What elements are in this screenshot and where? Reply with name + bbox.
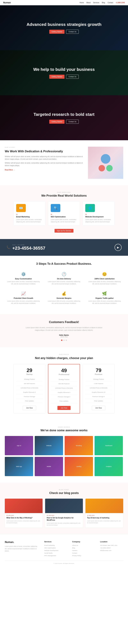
work-read-more[interactable]: Read More → [5,169,15,171]
nav-contact[interactable]: Contact [108,2,113,4]
hero-cta-1[interactable]: Getting Started [49,30,64,34]
feedback-title: Customers Feedback! [5,320,123,324]
portfolio-title: We've done some awesome works [5,429,123,432]
nav-services[interactable]: Services [93,2,99,4]
step-desc-5: Lorem ipsum dolor sit amet, consectetur … [47,300,81,304]
blog-body-3: 12 JAN 2023 Top 10 best way of marketing… [85,513,123,526]
blog-card-2[interactable]: 08 JAN 2023 How to Set Up Google Analyti… [45,498,83,528]
step-title-4: Potential Client Growth [6,297,41,299]
portfolio-item-3[interactable]: Branding [65,436,93,455]
section-feedback: Customers Feedback! Lorem ipsum dolor si… [0,314,128,347]
portfolio-item-6[interactable]: Mobile [35,457,63,476]
portfolio-item-5[interactable]: Web App [5,457,33,476]
pricing-card-premium: 79 Premium Strategy Feature 1 GB Feature… [83,364,115,414]
nav-about[interactable]: About [86,2,91,4]
footer-service-2: SEO Optimisation [44,547,67,549]
portfolio-inner-2: Website [35,436,63,455]
feature-premium-6: Free Updates [85,399,112,403]
hero-contact-3[interactable]: Contact Us [66,120,79,124]
work-tag: OUR STORY [5,147,83,148]
steps-title: 3 Steps To A Success Product Business. [5,262,123,266]
portfolio-item-2[interactable]: Website [35,436,63,455]
hero-cta-2[interactable]: Getting Started [49,75,64,79]
step-title-1: Easy Customization [6,278,41,280]
step-desc-4: Lorem ipsum dolor sit amet, consectetur … [6,300,41,304]
solution-icon-1: 📧 [16,204,26,212]
step-1: ⚙️ Easy Customization Lorem ipsum dolor … [5,270,42,286]
phone-left: 📞 CALL US NOW +23-4554-36557 [6,244,45,251]
portfolio-inner-8: Analytics [95,457,123,476]
portfolio-grid: App UI Website Branding Dashboard Web Ap… [5,436,123,476]
plan-btn-premium[interactable]: Join Now [92,406,105,410]
solutions-cta[interactable]: Sign Up For Service [55,229,73,232]
dot-3[interactable] [65,340,67,341]
solution-title-1: Email Marketing [16,216,43,218]
footer-company-5: Privacy Policy [72,555,95,556]
hero-contact-2[interactable]: Contact Us [66,75,79,79]
feature-startup-3: Unlimited Rows & Elements [16,386,43,390]
nav-home[interactable]: Home [79,2,84,4]
footer-company-1: About Us [72,544,95,546]
phone-icon: 📞 [6,246,10,249]
feature-pro-1: Strategy Feature [51,377,77,382]
feature-pro-3: Unlimited Rows & Elements [51,386,77,390]
section-work: OUR STORY We Work With Dedication & Prof… [0,140,128,185]
step-icon-6: 🌿 [87,292,122,296]
step-icon-1: ⚙️ [6,272,41,276]
hero-buttons-1: Getting Started Contact Us [27,30,101,34]
portfolio-item-8[interactable]: Analytics [95,457,123,476]
footer-location-heading: Location [100,541,123,543]
feature-pro-6: Free Updates [51,399,77,403]
footer-location: Location 123 Street, New York, USA +23-4… [100,541,123,558]
blog-post-title-1: What Gets In the Way of Working? [6,517,41,519]
plan-price-premium: 79 [85,368,112,373]
footer-grid: Numan. Lorem ipsum dolor sit amet, conse… [5,541,123,558]
dot-1[interactable] [61,340,63,341]
work-image-inner [88,147,123,179]
section-portfolio: SOME WORKS We've done some awesome works… [0,420,128,482]
phone-label: CALL US NOW [12,244,45,246]
portfolio-item-4[interactable]: Dashboard [95,436,123,455]
blog-body-2: 08 JAN 2023 How to Set Up Google Analyti… [45,513,83,528]
step-6: 🌿 Organic Traffic gather Lorem ipsum dol… [86,290,123,306]
solution-desc-2: Lorem ipsum dolor sit amet, consectetur … [51,219,77,223]
hero-content-3: Targeted research to bold start Getting … [34,112,95,124]
portfolio-inner-7: Landing [65,457,93,476]
hero-cta-3[interactable]: Getting Started [49,120,64,124]
plan-btn-startup[interactable]: Join Now [23,406,36,410]
plan-price-startup: 29 [16,368,43,373]
solutions-tag: OUR SERVICES [5,192,123,193]
plan-name-premium: Premium [85,373,112,375]
feature-premium-1: Strategy Feature [85,377,112,382]
step-desc-2: Lorem ipsum dolor sit amet, consectetur … [47,281,81,285]
footer-service-5: PPC Management [44,555,67,556]
nav-blog[interactable]: Blog [102,2,105,4]
dot-2[interactable] [63,340,65,341]
footer-brand: Numan. Lorem ipsum dolor sit amet, conse… [5,541,40,558]
blog-card-1[interactable]: 05 JAN 2023 What Gets In the Way of Work… [5,498,43,528]
footer-brand-desc: Lorem ipsum dolor sit amet, consectetur … [5,545,40,552]
feedback-dots [5,340,123,341]
blog-post-title-3: Top 10 best way of marketing [87,517,122,519]
hero-slide-1: Advanced business strategies growth Gett… [0,5,128,50]
step-desc-1: Lorem ipsum dolor sit amet, consectetur … [6,281,41,285]
blog-desc-3: Lorem ipsum dolor sit amet, consectetur … [87,520,122,524]
hero-contact-1[interactable]: Contact Us [66,30,79,34]
portfolio-item-1[interactable]: App UI [5,436,33,455]
plan-btn-professional[interactable]: Join Now [58,406,70,410]
hero-buttons-3: Getting Started Contact Us [34,120,95,124]
solution-num-1: 01 [16,214,43,215]
solution-card-3: 🌐 03 Website Development Lorem ipsum dol… [83,201,115,226]
step-2: 🕐 On-time Delivery Lorem ipsum dolor sit… [45,270,83,286]
step-desc-3: Lorem ipsum dolor sit amet, consectetur … [87,281,122,285]
blog-card-3[interactable]: 12 JAN 2023 Top 10 best way of marketing… [85,498,123,528]
footer-service-4: Social Media [44,552,67,554]
work-desc1: Whither will tell ipsum dolor sit amet, … [5,155,83,160]
portfolio-item-7[interactable]: Landing [65,457,93,476]
plan-features-startup: Strategy Feature 300 MB Features Unlimit… [16,377,43,403]
plan-features-premium: Strategy Feature 1 GB Features Unlimited… [85,377,112,403]
feature-premium-5: Premium Storage 5 [85,394,112,399]
section-steps: 3 Steps To A Success Product Business. ⚙… [0,256,128,314]
play-button[interactable]: ▶ [115,244,122,251]
hero-title-3: Targeted research to bold start [34,112,95,117]
